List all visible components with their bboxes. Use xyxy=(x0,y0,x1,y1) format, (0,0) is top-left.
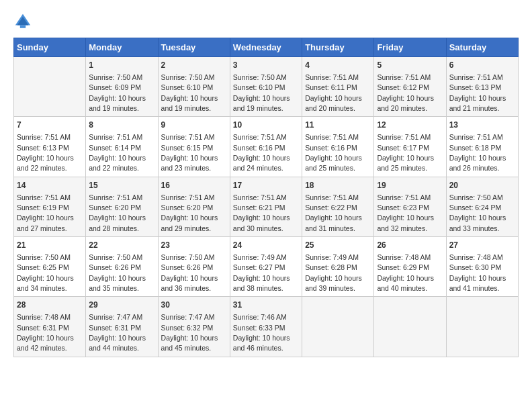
daylight: Daylight: 10 hours and 46 minutes. xyxy=(233,334,290,352)
day-number: 11 xyxy=(305,120,371,131)
sunset: Sunset: 6:14 PM xyxy=(89,144,141,152)
daylight: Daylight: 10 hours and 24 minutes. xyxy=(233,154,290,172)
daylight: Daylight: 10 hours and 23 minutes. xyxy=(161,154,218,172)
day-number: 23 xyxy=(161,240,227,251)
sunrise: Sunrise: 7:51 AM xyxy=(89,193,142,201)
calendar-cell: 2Sunrise: 7:50 AMSunset: 6:10 PMDaylight… xyxy=(158,57,230,117)
sunrise: Sunrise: 7:49 AM xyxy=(305,253,359,261)
sunrise: Sunrise: 7:51 AM xyxy=(305,73,359,81)
sunset: Sunset: 6:15 PM xyxy=(161,144,214,152)
calendar-cell: 9Sunrise: 7:51 AMSunset: 6:15 PMDaylight… xyxy=(158,117,230,177)
daylight: Daylight: 10 hours and 20 minutes. xyxy=(305,94,362,112)
sunset: Sunset: 6:20 PM xyxy=(89,203,141,212)
daylight: Daylight: 10 hours and 19 minutes. xyxy=(89,94,146,112)
sunset: Sunset: 6:21 PM xyxy=(233,203,285,212)
sunset: Sunset: 6:28 PM xyxy=(305,263,357,271)
sunrise: Sunrise: 7:48 AM xyxy=(17,313,71,321)
daylight: Daylight: 10 hours and 22 minutes. xyxy=(89,154,146,172)
column-header-wednesday: Wednesday xyxy=(230,38,302,57)
day-number: 16 xyxy=(161,180,227,191)
calendar-cell: 29Sunrise: 7:47 AMSunset: 6:31 PMDayligh… xyxy=(86,297,158,357)
sunrise: Sunrise: 7:46 AM xyxy=(233,313,287,321)
calendar-cell: 27Sunrise: 7:48 AMSunset: 6:30 PMDayligh… xyxy=(446,237,518,297)
calendar-cell: 28Sunrise: 7:48 AMSunset: 6:31 PMDayligh… xyxy=(14,297,86,357)
sunset: Sunset: 6:10 PM xyxy=(233,83,285,91)
calendar-cell: 17Sunrise: 7:51 AMSunset: 6:21 PMDayligh… xyxy=(230,177,302,236)
day-number: 22 xyxy=(89,240,154,251)
daylight: Daylight: 10 hours and 25 minutes. xyxy=(305,154,362,172)
sunrise: Sunrise: 7:51 AM xyxy=(89,133,142,141)
day-number: 4 xyxy=(305,60,371,71)
sunrise: Sunrise: 7:50 AM xyxy=(17,253,71,261)
sunset: Sunset: 6:31 PM xyxy=(89,324,141,332)
sunset: Sunset: 6:09 PM xyxy=(89,83,141,91)
sunrise: Sunrise: 7:51 AM xyxy=(377,73,431,81)
sunset: Sunset: 6:22 PM xyxy=(305,203,357,212)
daylight: Daylight: 10 hours and 34 minutes. xyxy=(17,274,74,292)
calendar-cell: 18Sunrise: 7:51 AMSunset: 6:22 PMDayligh… xyxy=(302,177,374,236)
daylight: Daylight: 10 hours and 41 minutes. xyxy=(449,274,506,292)
column-header-monday: Monday xyxy=(86,38,158,57)
sunset: Sunset: 6:24 PM xyxy=(449,203,502,212)
calendar-cell: 6Sunrise: 7:51 AMSunset: 6:13 PMDaylight… xyxy=(446,57,518,117)
calendar-table: SundayMondayTuesdayWednesdayThursdayFrid… xyxy=(13,38,519,357)
day-number: 2 xyxy=(161,60,227,71)
day-number: 30 xyxy=(161,300,227,311)
calendar-cell: 1Sunrise: 7:50 AMSunset: 6:09 PMDaylight… xyxy=(86,57,158,117)
week-row-4: 21Sunrise: 7:50 AMSunset: 6:25 PMDayligh… xyxy=(14,237,519,297)
sunset: Sunset: 6:13 PM xyxy=(449,83,502,91)
day-number: 14 xyxy=(17,180,83,191)
week-row-1: 1Sunrise: 7:50 AMSunset: 6:09 PMDaylight… xyxy=(14,57,519,117)
day-number: 26 xyxy=(377,240,443,251)
daylight: Daylight: 10 hours and 40 minutes. xyxy=(377,274,434,292)
calendar-cell: 15Sunrise: 7:51 AMSunset: 6:20 PMDayligh… xyxy=(86,177,158,236)
day-number: 17 xyxy=(233,180,299,191)
daylight: Daylight: 10 hours and 29 minutes. xyxy=(161,214,218,232)
calendar-cell: 30Sunrise: 7:47 AMSunset: 6:32 PMDayligh… xyxy=(158,297,230,357)
sunrise: Sunrise: 7:51 AM xyxy=(305,193,359,201)
calendar-cell: 16Sunrise: 7:51 AMSunset: 6:20 PMDayligh… xyxy=(158,177,230,236)
calendar-cell: 11Sunrise: 7:51 AMSunset: 6:16 PMDayligh… xyxy=(302,117,374,177)
day-number: 6 xyxy=(449,60,515,71)
sunset: Sunset: 6:13 PM xyxy=(17,144,69,152)
column-header-tuesday: Tuesday xyxy=(158,38,230,57)
daylight: Daylight: 10 hours and 21 minutes. xyxy=(449,94,506,112)
logo-icon xyxy=(13,12,32,31)
day-number: 24 xyxy=(233,240,299,251)
sunrise: Sunrise: 7:48 AM xyxy=(449,253,503,261)
sunrise: Sunrise: 7:50 AM xyxy=(161,253,215,261)
sunset: Sunset: 6:19 PM xyxy=(17,203,69,212)
daylight: Daylight: 10 hours and 44 minutes. xyxy=(89,334,146,352)
sunrise: Sunrise: 7:50 AM xyxy=(233,73,287,81)
daylight: Daylight: 10 hours and 39 minutes. xyxy=(305,274,362,292)
calendar-cell: 5Sunrise: 7:51 AMSunset: 6:12 PMDaylight… xyxy=(374,57,446,117)
calendar-cell: 21Sunrise: 7:50 AMSunset: 6:25 PMDayligh… xyxy=(14,237,86,297)
sunset: Sunset: 6:25 PM xyxy=(17,263,69,271)
sunrise: Sunrise: 7:51 AM xyxy=(233,133,287,141)
calendar-cell: 24Sunrise: 7:49 AMSunset: 6:27 PMDayligh… xyxy=(230,237,302,297)
sunset: Sunset: 6:30 PM xyxy=(449,263,502,271)
day-number: 5 xyxy=(377,60,443,71)
daylight: Daylight: 10 hours and 35 minutes. xyxy=(89,274,146,292)
sunset: Sunset: 6:33 PM xyxy=(233,324,285,332)
sunrise: Sunrise: 7:51 AM xyxy=(377,133,431,141)
sunset: Sunset: 6:26 PM xyxy=(161,263,214,271)
day-number: 20 xyxy=(449,180,515,191)
svg-rect-2 xyxy=(20,26,26,28)
calendar-header-row: SundayMondayTuesdayWednesdayThursdayFrid… xyxy=(14,38,519,57)
sunset: Sunset: 6:26 PM xyxy=(89,263,141,271)
day-number: 31 xyxy=(233,300,299,311)
calendar-cell: 20Sunrise: 7:50 AMSunset: 6:24 PMDayligh… xyxy=(446,177,518,236)
sunset: Sunset: 6:11 PM xyxy=(305,83,357,91)
calendar-cell: 22Sunrise: 7:50 AMSunset: 6:26 PMDayligh… xyxy=(86,237,158,297)
column-header-thursday: Thursday xyxy=(302,38,374,57)
sunrise: Sunrise: 7:51 AM xyxy=(17,133,71,141)
daylight: Daylight: 10 hours and 32 minutes. xyxy=(377,214,434,232)
sunrise: Sunrise: 7:50 AM xyxy=(449,193,503,201)
sunrise: Sunrise: 7:50 AM xyxy=(89,253,142,261)
sunset: Sunset: 6:23 PM xyxy=(377,203,429,212)
day-number: 29 xyxy=(89,300,154,311)
logo xyxy=(13,12,35,31)
page: SundayMondayTuesdayWednesdayThursdayFrid… xyxy=(0,0,532,364)
day-number: 9 xyxy=(161,120,227,131)
